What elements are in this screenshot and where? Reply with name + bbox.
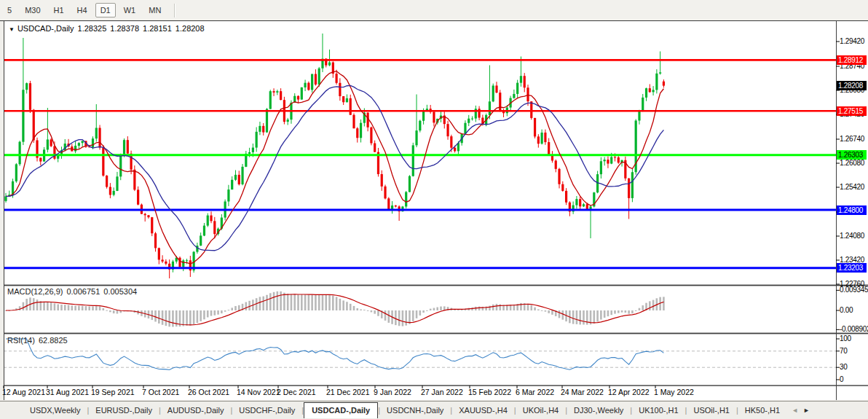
tab-ukoil-h4[interactable]: UKOil-,H4 [516,403,566,418]
tab-audusd-daily[interactable]: AUDUSD-,Daily [161,403,231,418]
timeframe-m30[interactable]: M30 [20,3,45,17]
tab-usdcnh-daily[interactable]: USDCNH-,Daily [380,403,450,418]
tab-uk100-h1[interactable]: UK100-,H1 [632,403,684,418]
tab-xauusd-h4[interactable]: XAUUSD-,H4 [452,403,514,418]
tab-usdx-weekly[interactable]: USDX,Weekly [23,403,87,418]
timeframe-5[interactable]: 5 [2,3,17,17]
timeframe-mn[interactable]: MN [143,3,166,17]
timeframe-toolbar: 5M30H1H4D1W1MN [0,0,868,20]
tab-hk50-h1[interactable]: HK50-,H1 [738,403,786,418]
timeframe-h4[interactable]: H4 [72,3,92,17]
timeframe-w1[interactable]: W1 [119,3,141,17]
timeframe-d1[interactable]: D1 [95,3,116,17]
tabs-scroll-left-icon[interactable]: ◄ [792,407,798,414]
tabs-scroll-right-icon[interactable]: ► [803,407,810,414]
tab-eurusd-daily[interactable]: EURUSD-,Daily [89,403,159,418]
chart-tabs-bar: USDX,Weekly|EURUSD-,Daily|AUDUSD-,Daily|… [0,401,868,419]
tab-usoil-h1[interactable]: USOil-,H1 [687,403,736,418]
tab-usdcad-daily[interactable]: USDCAD-,Daily [304,402,378,418]
chart-canvas[interactable] [0,0,868,419]
tab-usdchf-daily[interactable]: USDCHF-,Daily [232,403,301,418]
tab-dj30-weekly[interactable]: DJ30-,Weekly [567,403,630,418]
toolbar-separator [174,4,175,17]
timeframe-h1[interactable]: H1 [49,3,69,17]
